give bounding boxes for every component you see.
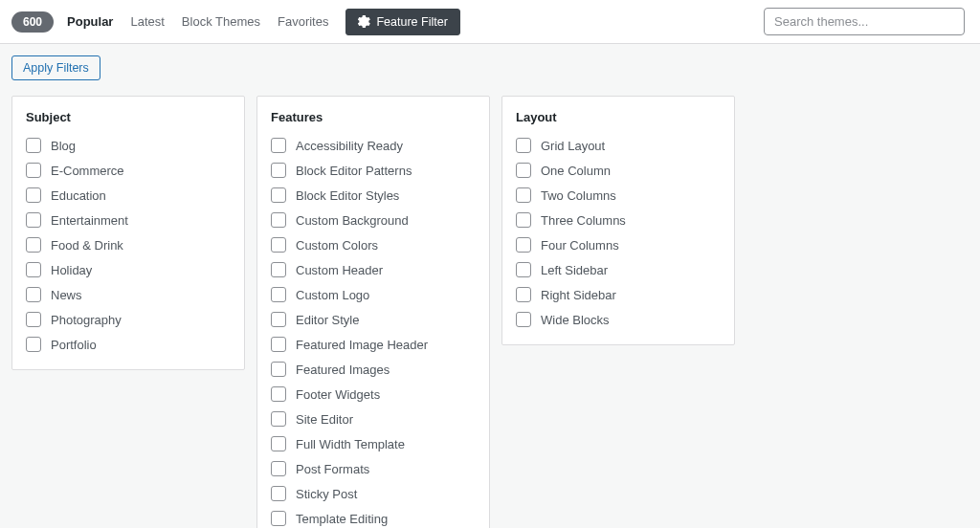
filter-item-label: Block Editor Styles — [296, 188, 399, 203]
filter-item-label: Custom Logo — [296, 288, 369, 302]
filter-checkbox-item[interactable]: News — [26, 287, 231, 302]
checkbox[interactable] — [271, 511, 286, 526]
checkbox[interactable] — [271, 212, 286, 228]
filter-checkbox-item[interactable]: Grid Layout — [516, 138, 721, 153]
checkbox[interactable] — [516, 312, 531, 327]
filter-checkbox-item[interactable]: Photography — [26, 312, 231, 327]
filter-checkbox-item[interactable]: Block Editor Patterns — [271, 163, 476, 178]
filter-checkbox-item[interactable]: Portfolio — [26, 337, 231, 352]
tab-latest[interactable]: Latest — [130, 11, 164, 33]
filter-item-label: Two Columns — [541, 188, 616, 203]
filter-item-label: Custom Colors — [296, 238, 378, 253]
filter-item-label: Custom Header — [296, 263, 383, 277]
filter-checkbox-item[interactable]: Holiday — [26, 262, 231, 277]
filter-item-label: Portfolio — [51, 338, 97, 352]
filter-item-label: Featured Image Header — [296, 338, 428, 352]
gear-icon — [358, 15, 370, 28]
filter-items: BlogE-CommerceEducationEntertainmentFood… — [26, 138, 231, 352]
checkbox[interactable] — [516, 237, 531, 253]
checkbox[interactable] — [26, 262, 41, 277]
filter-checkbox-item[interactable]: Template Editing — [271, 511, 476, 526]
filter-checkbox-item[interactable]: Site Editor — [271, 411, 476, 427]
filter-checkbox-item[interactable]: Blog — [26, 138, 231, 153]
checkbox[interactable] — [271, 411, 286, 427]
checkbox[interactable] — [271, 138, 286, 153]
filter-checkbox-item[interactable]: Post Formats — [271, 461, 476, 476]
filter-checkbox-item[interactable]: Two Columns — [516, 187, 721, 203]
filter-item-label: Sticky Post — [296, 487, 357, 501]
checkbox[interactable] — [26, 138, 41, 153]
filter-column-features: Features Accessibility ReadyBlock Editor… — [256, 96, 490, 528]
filter-items: Grid LayoutOne ColumnTwo ColumnsThree Co… — [516, 138, 721, 327]
filter-checkbox-item[interactable]: Editor Style — [271, 312, 476, 327]
checkbox[interactable] — [26, 187, 41, 203]
checkbox[interactable] — [271, 362, 286, 377]
filter-item-label: Holiday — [51, 263, 92, 277]
filter-checkbox-item[interactable]: Custom Colors — [271, 237, 476, 253]
filter-checkbox-item[interactable]: Footer Widgets — [271, 386, 476, 402]
checkbox[interactable] — [271, 287, 286, 302]
checkbox[interactable] — [271, 461, 286, 476]
checkbox[interactable] — [516, 262, 531, 277]
filter-column-title: Subject — [26, 110, 231, 124]
filter-checkbox-item[interactable]: Featured Image Header — [271, 337, 476, 352]
checkbox[interactable] — [271, 187, 286, 203]
filter-item-label: Grid Layout — [541, 139, 605, 153]
filter-checkbox-item[interactable]: Three Columns — [516, 212, 721, 228]
checkbox[interactable] — [26, 237, 41, 253]
checkbox[interactable] — [271, 386, 286, 402]
filter-columns: Subject BlogE-CommerceEducationEntertain… — [11, 96, 969, 528]
checkbox[interactable] — [271, 237, 286, 253]
filter-item-label: Wide Blocks — [541, 313, 610, 327]
filter-item-label: Site Editor — [296, 412, 353, 427]
filter-checkbox-item[interactable]: E-Commerce — [26, 163, 231, 178]
checkbox[interactable] — [271, 262, 286, 277]
filter-checkbox-item[interactable]: Full Width Template — [271, 436, 476, 451]
filter-checkbox-item[interactable]: Custom Background — [271, 212, 476, 228]
filter-checkbox-item[interactable]: One Column — [516, 163, 721, 178]
checkbox[interactable] — [271, 163, 286, 178]
filter-checkbox-item[interactable]: Four Columns — [516, 237, 721, 253]
filter-item-label: Entertainment — [51, 213, 128, 228]
filter-checkbox-item[interactable]: Food & Drink — [26, 237, 231, 253]
filter-checkbox-item[interactable]: Left Sidebar — [516, 262, 721, 277]
checkbox[interactable] — [271, 436, 286, 451]
filter-checkbox-item[interactable]: Featured Images — [271, 362, 476, 377]
checkbox[interactable] — [26, 212, 41, 228]
filter-checkbox-item[interactable]: Accessibility Ready — [271, 138, 476, 153]
filter-checkbox-item[interactable]: Custom Header — [271, 262, 476, 277]
tab-favorites[interactable]: Favorites — [278, 11, 328, 33]
checkbox[interactable] — [516, 163, 531, 178]
checkbox[interactable] — [516, 138, 531, 153]
feature-filter-button[interactable]: Feature Filter — [345, 9, 459, 35]
checkbox[interactable] — [26, 287, 41, 302]
checkbox[interactable] — [516, 287, 531, 302]
filter-tabs: Popular Latest Block Themes Favorites — [67, 11, 328, 33]
filter-item-label: Accessibility Ready — [296, 139, 403, 153]
checkbox[interactable] — [271, 312, 286, 327]
checkbox[interactable] — [516, 212, 531, 228]
filter-checkbox-item[interactable]: Entertainment — [26, 212, 231, 228]
filter-checkbox-item[interactable]: Custom Logo — [271, 287, 476, 302]
filter-item-label: Featured Images — [296, 363, 390, 377]
apply-filters-button[interactable]: Apply Filters — [11, 55, 100, 80]
filter-checkbox-item[interactable]: Sticky Post — [271, 486, 476, 501]
filter-item-label: Photography — [51, 313, 122, 327]
checkbox[interactable] — [26, 163, 41, 178]
toolbar: 600 Popular Latest Block Themes Favorite… — [0, 0, 980, 43]
tab-popular[interactable]: Popular — [67, 11, 113, 33]
search-input[interactable] — [764, 8, 965, 35]
checkbox[interactable] — [271, 337, 286, 352]
filter-column-title: Layout — [516, 110, 721, 124]
checkbox[interactable] — [26, 312, 41, 327]
filter-item-label: Block Editor Patterns — [296, 164, 412, 178]
tab-block-themes[interactable]: Block Themes — [182, 11, 260, 33]
filter-checkbox-item[interactable]: Education — [26, 187, 231, 203]
filter-checkbox-item[interactable]: Wide Blocks — [516, 312, 721, 327]
checkbox[interactable] — [516, 187, 531, 203]
checkbox[interactable] — [26, 337, 41, 352]
filter-checkbox-item[interactable]: Right Sidebar — [516, 287, 721, 302]
checkbox[interactable] — [271, 486, 286, 501]
filter-column-layout: Layout Grid LayoutOne ColumnTwo ColumnsT… — [501, 96, 735, 345]
filter-checkbox-item[interactable]: Block Editor Styles — [271, 187, 476, 203]
